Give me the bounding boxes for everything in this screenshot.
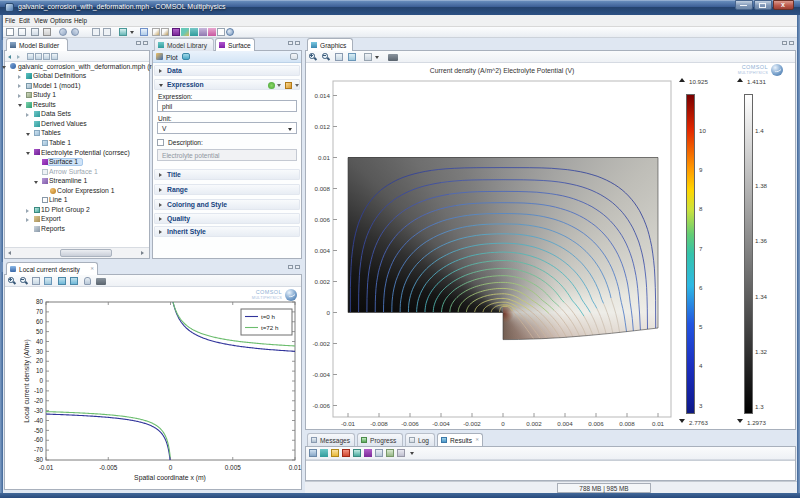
svg-text:-0.005: -0.005 (99, 464, 118, 471)
svg-text:20: 20 (36, 357, 44, 364)
svg-text:-50: -50 (34, 427, 44, 434)
svg-text:50: 50 (36, 328, 44, 335)
svg-text:-80: -80 (34, 456, 44, 463)
svg-text:0.01: 0.01 (318, 154, 331, 161)
svg-text:0.004: 0.004 (557, 420, 573, 427)
svg-text:40: 40 (36, 338, 44, 345)
svg-text:-20: -20 (34, 397, 44, 404)
svg-text:0.01: 0.01 (289, 464, 302, 471)
svg-text:-30: -30 (34, 407, 44, 414)
svg-text:-0.002: -0.002 (312, 340, 330, 347)
svg-text:-40: -40 (34, 417, 44, 424)
svg-text:-0.002: -0.002 (463, 420, 481, 427)
svg-text:10: 10 (36, 367, 44, 374)
svg-text:t=0 h: t=0 h (261, 313, 275, 320)
svg-text:60: 60 (36, 318, 44, 325)
svg-text:Local current density (A/m²): Local current density (A/m²) (23, 339, 31, 422)
svg-text:Spatial coordinate x (m): Spatial coordinate x (m) (134, 474, 206, 482)
svg-text:0.002: 0.002 (315, 278, 331, 285)
svg-text:-0.006: -0.006 (401, 420, 419, 427)
svg-text:-0.004: -0.004 (432, 420, 450, 427)
svg-text:-60: -60 (34, 436, 44, 443)
svg-text:80: 80 (36, 298, 44, 305)
svg-text:-0.008: -0.008 (370, 420, 388, 427)
svg-text:0.008: 0.008 (315, 185, 331, 192)
svg-text:-0.004: -0.004 (312, 371, 330, 378)
svg-text:-0.006: -0.006 (312, 402, 330, 409)
svg-text:30: 30 (36, 348, 44, 355)
svg-text:0.005: 0.005 (225, 464, 241, 471)
svg-text:-70: -70 (34, 446, 44, 453)
svg-text:0: 0 (501, 420, 505, 427)
svg-text:0: 0 (39, 377, 43, 384)
svg-text:0.012: 0.012 (315, 123, 331, 130)
svg-text:70: 70 (36, 308, 44, 315)
svg-text:-0.01: -0.01 (341, 420, 356, 427)
svg-text:0.014: 0.014 (315, 92, 331, 99)
svg-text:-0.01: -0.01 (39, 464, 54, 471)
svg-text:t=72 h: t=72 h (261, 324, 279, 331)
svg-text:0.002: 0.002 (526, 420, 542, 427)
svg-text:0.006: 0.006 (315, 216, 331, 223)
svg-text:0.006: 0.006 (588, 420, 604, 427)
svg-text:-10: -10 (34, 387, 44, 394)
svg-text:0.004: 0.004 (315, 247, 331, 254)
svg-text:0: 0 (327, 309, 331, 316)
svg-text:0.01: 0.01 (652, 420, 665, 427)
svg-text:0.008: 0.008 (619, 420, 635, 427)
svg-text:0: 0 (169, 464, 173, 471)
